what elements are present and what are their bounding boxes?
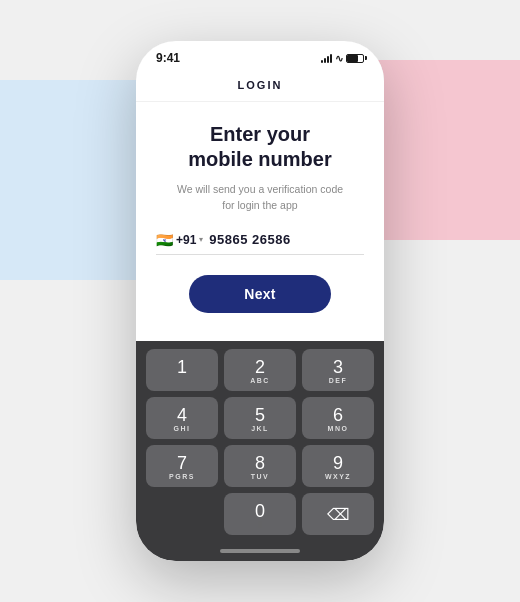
key-9-number: 9	[333, 454, 343, 472]
key-2[interactable]: 2 ABC	[224, 349, 296, 391]
key-6[interactable]: 6 MNO	[302, 397, 374, 439]
phone-screen: 9:41 ∿ LOGIN Enter your mo	[136, 41, 384, 561]
key-8[interactable]: 8 TUV	[224, 445, 296, 487]
key-8-number: 8	[255, 454, 265, 472]
nav-bar: LOGIN	[136, 69, 384, 102]
keypad: 1 2 ABC 3 DEF 4 GHI 5 JKL 6 MNO	[136, 341, 384, 545]
chevron-down-icon: ▾	[199, 235, 203, 244]
key-8-letters: TUV	[251, 473, 270, 480]
key-2-number: 2	[255, 358, 265, 376]
country-code: +91	[176, 233, 196, 247]
country-flag: 🇮🇳	[156, 232, 173, 248]
content-area: Enter your mobile number We will send yo…	[136, 102, 384, 341]
subtitle-text: We will send you a verification codefor …	[177, 182, 343, 214]
status-time: 9:41	[156, 51, 180, 65]
main-heading: Enter your mobile number	[188, 122, 331, 172]
key-5-number: 5	[255, 406, 265, 424]
key-0[interactable]: 0	[224, 493, 296, 535]
key-delete[interactable]: ⌫	[302, 493, 374, 535]
country-selector[interactable]: 🇮🇳 +91 ▾	[156, 232, 203, 248]
phone-number-display: 95865 26586	[209, 232, 290, 247]
key-7-letters: PGRS	[169, 473, 195, 480]
key-4-number: 4	[177, 406, 187, 424]
key-4[interactable]: 4 GHI	[146, 397, 218, 439]
delete-icon: ⌫	[327, 505, 350, 524]
key-0-number: 0	[255, 502, 265, 520]
key-1-number: 1	[177, 358, 187, 376]
key-1[interactable]: 1	[146, 349, 218, 391]
key-9[interactable]: 9 WXYZ	[302, 445, 374, 487]
signal-icon	[321, 53, 332, 63]
notch	[220, 41, 300, 61]
wifi-icon: ∿	[335, 53, 343, 64]
background-pink	[360, 60, 520, 240]
phone-frame: 9:41 ∿ LOGIN Enter your mo	[136, 41, 384, 561]
key-7[interactable]: 7 PGRS	[146, 445, 218, 487]
status-icons: ∿	[321, 53, 364, 64]
key-3[interactable]: 3 DEF	[302, 349, 374, 391]
key-2-letters: ABC	[250, 377, 270, 384]
key-5-letters: JKL	[251, 425, 269, 432]
key-4-letters: GHI	[174, 425, 191, 432]
key-1-letters	[180, 377, 183, 384]
battery-icon	[346, 54, 364, 63]
key-empty	[146, 493, 218, 535]
key-9-letters: WXYZ	[325, 473, 351, 480]
key-6-number: 6	[333, 406, 343, 424]
next-button[interactable]: Next	[189, 275, 331, 313]
key-7-number: 7	[177, 454, 187, 472]
key-5[interactable]: 5 JKL	[224, 397, 296, 439]
key-3-letters: DEF	[329, 377, 348, 384]
home-bar	[220, 549, 300, 553]
home-indicator-area	[136, 545, 384, 561]
key-0-letters	[258, 521, 261, 528]
key-3-number: 3	[333, 358, 343, 376]
key-6-letters: MNO	[328, 425, 349, 432]
nav-title: LOGIN	[238, 79, 283, 91]
phone-input-row: 🇮🇳 +91 ▾ 95865 26586	[156, 232, 364, 255]
